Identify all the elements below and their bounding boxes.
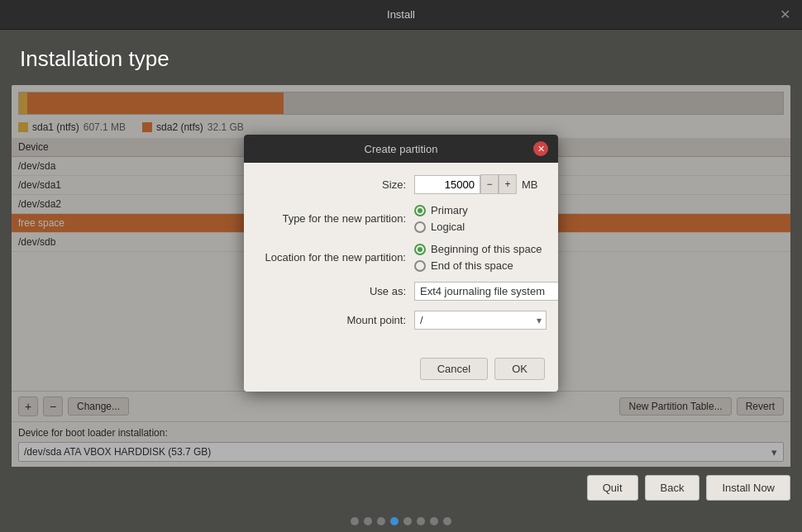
content-area: sda1 (ntfs)607.1 MBsda2 (ntfs)32.1 GB De… xyxy=(12,85,790,467)
mount-point-label: Mount point: xyxy=(257,314,414,326)
size-label: Size: xyxy=(257,178,414,191)
pagination-dots xyxy=(0,509,802,532)
type-radio-row[interactable]: Primary xyxy=(414,204,468,216)
location-radio-row[interactable]: End of this space xyxy=(414,259,542,272)
create-partition-dialog: Create partition ✕ Size: − + MB xyxy=(244,135,558,392)
radio-button[interactable] xyxy=(414,221,426,233)
radio-button[interactable] xyxy=(414,260,426,272)
location-row: Location for the new partition: Beginnin… xyxy=(257,243,545,272)
size-row: Size: − + MB xyxy=(257,174,545,194)
type-radio-group: PrimaryLogical xyxy=(414,204,468,233)
location-control: Beginning of this spaceEnd of this space xyxy=(414,243,545,272)
location-label: Location for the new partition: xyxy=(257,251,414,264)
window-title: Install xyxy=(25,8,777,21)
pagination-dot[interactable] xyxy=(403,517,412,525)
close-button[interactable]: ✕ xyxy=(777,7,792,22)
radio-button[interactable] xyxy=(414,205,426,216)
dialog-close-button[interactable]: ✕ xyxy=(533,141,548,156)
decrement-button[interactable]: − xyxy=(480,174,499,194)
install-now-button[interactable]: Install Now xyxy=(706,475,790,501)
main-window: Installation type sda1 (ntfs)607.1 MBsda… xyxy=(0,30,802,532)
mount-point-select[interactable]: / xyxy=(414,311,547,330)
back-button[interactable]: Back xyxy=(645,475,700,501)
mb-label: MB xyxy=(522,178,538,191)
dialog-title: Create partition xyxy=(269,143,533,155)
pagination-dot[interactable] xyxy=(377,517,385,525)
location-radio-row[interactable]: Beginning of this space xyxy=(414,243,542,255)
pagination-dot[interactable] xyxy=(417,517,425,525)
increment-button[interactable]: + xyxy=(499,174,517,194)
use-as-label: Use as: xyxy=(257,285,414,297)
type-control: PrimaryLogical xyxy=(414,204,545,233)
mount-point-row: Mount point: / xyxy=(257,311,545,330)
dialog-footer: Cancel OK xyxy=(244,351,558,392)
dialog-titlebar: Create partition ✕ xyxy=(244,135,558,163)
pagination-dot[interactable] xyxy=(443,517,451,525)
use-as-control: Ext4 journaling file system xyxy=(414,282,558,301)
cancel-button[interactable]: Cancel xyxy=(420,358,488,380)
partition-type-label: Type for the new partition: xyxy=(257,212,414,225)
use-as-row: Use as: Ext4 journaling file system xyxy=(257,282,545,301)
radio-button[interactable] xyxy=(414,244,426,255)
pagination-dot[interactable] xyxy=(351,517,359,525)
mount-point-control: / xyxy=(414,311,547,330)
size-control: − + MB xyxy=(414,174,545,194)
title-bar: Install ✕ xyxy=(0,0,802,30)
page-title: Installation type xyxy=(0,30,802,85)
partition-type-row: Type for the new partition: PrimaryLogic… xyxy=(257,204,545,233)
location-radio-group: Beginning of this spaceEnd of this space xyxy=(414,243,542,272)
ok-button[interactable]: OK xyxy=(494,358,545,380)
dialog-overlay: Create partition ✕ Size: − + MB xyxy=(12,85,790,467)
type-radio-row[interactable]: Logical xyxy=(414,221,468,233)
size-input[interactable] xyxy=(414,175,480,194)
pagination-dot[interactable] xyxy=(390,517,399,525)
quit-button[interactable]: Quit xyxy=(587,475,638,501)
pagination-dot[interactable] xyxy=(430,517,438,525)
action-buttons: Quit Back Install Now xyxy=(0,467,802,509)
use-as-select[interactable]: Ext4 journaling file system xyxy=(414,282,558,301)
pagination-dot[interactable] xyxy=(364,517,372,525)
dialog-body: Size: − + MB Type for the new partition:… xyxy=(244,163,558,351)
